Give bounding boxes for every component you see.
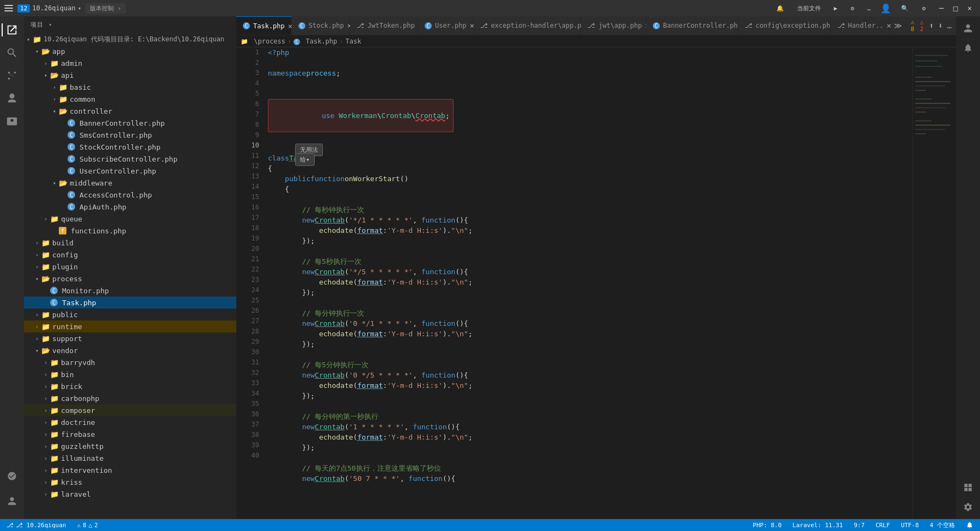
more-editor-btn[interactable]: … [947,21,952,30]
sidebar-item-guzzlehttp[interactable]: › 📁 guzzlehttp [24,440,236,452]
sidebar-item-middleware[interactable]: ▾ 📂 middleware [24,177,236,189]
status-git[interactable]: ⎇ ⎇ 10.26qiquan [4,522,68,529]
status-line-col[interactable]: 9:7 [852,522,867,529]
sidebar-item-plugin[interactable]: › 📁 plugin [24,261,236,273]
debug-activity-icon[interactable] [2,88,22,109]
sidebar-item-laravel[interactable]: › 📁 laravel [24,488,236,500]
sidebar-item-process[interactable]: ▾ 📂 process [24,273,236,285]
more-actions-btn[interactable]: … [864,4,874,13]
search-activity-icon[interactable] [2,42,22,63]
maximize-btn[interactable]: □ [950,2,961,14]
extensions-icon[interactable] [2,111,22,132]
svg-rect-15 [915,125,951,126]
sidebar-item-carbonphp[interactable]: › 📁 carbonphp [24,392,236,404]
explorer-icon[interactable] [2,20,22,40]
status-laravel[interactable]: Laravel: 11.31 [791,522,846,529]
editor-content[interactable]: <?php namespace process; use Workerman\C… [264,47,912,519]
status-errors[interactable]: ⚠ 8 △ 2 [75,522,100,529]
breadcrumb-process[interactable]: 📁 \process [241,38,285,45]
notification-bell[interactable]: 🔔 [773,4,787,13]
status-notification-bell[interactable] [964,521,976,529]
project-name[interactable]: 10.26qiquan [32,4,75,12]
settings-gear[interactable]: ⚙ [918,4,929,13]
minimize-btn[interactable]: ─ [935,2,947,14]
version-control-btn[interactable]: 版本控制 › [85,3,125,14]
sidebar-item-monitor[interactable]: C Monitor.php [24,285,236,297]
intervention-folder-icon: 📁 [50,466,59,474]
settings-btn[interactable]: ⚙ [847,4,857,13]
sidebar-tree[interactable]: ▾ 📁 10.26qiquan 代码项目目录: E:\Backend\10.26… [24,33,236,519]
user-account-icon[interactable] [2,491,22,511]
sidebar-item-brick[interactable]: › 📁 brick [24,380,236,392]
right-settings-icon[interactable] [959,498,977,516]
search-btn[interactable]: 🔍 [898,4,912,13]
sidebar-item-barryvdh[interactable]: › 📁 barryvdh [24,356,236,368]
kriss-icon: 📁 [50,478,59,486]
sidebar-item-intervention[interactable]: › 📁 intervention [24,464,236,476]
project-dropdown-icon[interactable]: ▾ [78,5,82,12]
tab-jwt-app[interactable]: ⎇ jwt\app.php × [581,16,646,35]
sidebar-item-firebase[interactable]: › 📁 firebase [24,428,236,440]
sidebar-item-queue[interactable]: › 📁 queue [24,213,236,225]
illuminate-icon: 📁 [50,454,59,462]
git-activity-icon[interactable] [2,65,22,86]
account-icon[interactable]: 👤 [880,3,891,14]
tab-handler[interactable]: ⎇ Handler.. × [831,16,890,35]
status-encoding[interactable]: UTF-8 [899,522,921,529]
sidebar-item-access[interactable]: C AccessControl.php [24,189,236,201]
tree-root[interactable]: ▾ 📁 10.26qiquan 代码项目目录: E:\Backend\10.26… [24,33,236,45]
sidebar-item-doctrine[interactable]: › 📁 doctrine [24,416,236,428]
status-spaces[interactable]: 4 个空格 [928,521,957,529]
sidebar-item-sms[interactable]: C SmsController.php [24,129,236,141]
carbonphp-label: carbonphp [61,394,99,403]
sidebar-item-kriss[interactable]: › 📁 kriss [24,476,236,488]
tab-user[interactable]: C User.php × [418,16,474,35]
sidebar-item-functions[interactable]: f functions.php [24,225,236,237]
hamburger-menu[interactable] [4,5,13,11]
sidebar-item-banner[interactable]: C BannerController.php [24,117,236,129]
right-account-icon[interactable] [959,20,977,37]
activity-bar [0,16,24,519]
sidebar-item-basic[interactable]: › 📁 basic [24,81,236,93]
tab-more-btn[interactable]: ≫ [890,16,906,35]
sidebar-item-bin[interactable]: › 📁 bin [24,368,236,380]
tab-config-exception[interactable]: ⎇ config\exception.php × [738,16,831,35]
sidebar-item-illuminate[interactable]: › 📁 illuminate [24,452,236,464]
right-extensions-icon[interactable] [959,479,977,496]
sidebar-item-runtime[interactable]: › 📁 runtime [24,320,236,332]
tab-exception-handler[interactable]: ⎇ exception-handler\app.php × [474,16,581,35]
split-down-icon[interactable]: ⬇ [938,21,942,30]
status-php[interactable]: PHP: 8.0 [751,522,784,529]
tab-banner[interactable]: C BannerController.php × [646,16,738,35]
sidebar-item-config[interactable]: › 📁 config [24,249,236,261]
tab-stock[interactable]: C Stock.php × [292,16,350,35]
sidebar-item-subscribe[interactable]: C SubscribeController.php [24,153,236,165]
sidebar-item-stock[interactable]: C StockController.php [24,141,236,153]
right-notification-icon[interactable] [959,39,977,57]
sidebar-item-admin[interactable]: › 📁 admin [24,57,236,69]
h-tab-close[interactable]: × [887,21,891,30]
tab-jwt[interactable]: ⎇ JwtToken.php × [350,16,418,35]
sidebar-item-api[interactable]: ▾ 📂 api [24,69,236,81]
sidebar-item-common[interactable]: › 📁 common [24,93,236,105]
run-btn[interactable]: ▶ [831,4,841,13]
breadcrumb-taskfile[interactable]: C Task.php [293,38,337,45]
sidebar-item-apiauth[interactable]: C ApiAuth.php [24,201,236,213]
remote-icon[interactable] [2,466,22,486]
status-crlf[interactable]: CRLF [873,522,892,529]
sidebar-item-app[interactable]: ▾ 📂 app [24,45,236,57]
sidebar-item-controller[interactable]: ▾ 📂 controller [24,105,236,117]
sidebar-item-build[interactable]: › 📁 build [24,237,236,249]
close-btn[interactable]: × [964,2,976,14]
sidebar-item-vendor[interactable]: ▾ 📂 vendor [24,344,236,356]
sidebar-item-support[interactable]: › 📁 support [24,332,236,344]
sidebar-item-task[interactable]: C Task.php [24,297,236,308]
sidebar-item-composer[interactable]: › 📁 composer [24,404,236,416]
code-line-7 [268,132,912,143]
sidebar-item-userctrl[interactable]: C UserController.php [24,165,236,177]
current-file-btn[interactable]: 当前文件 [794,3,824,14]
split-up-icon[interactable]: ⬆ [929,21,934,30]
tab-task[interactable]: C Task.php × [236,16,292,35]
sidebar-item-public[interactable]: › 📁 public [24,308,236,320]
breadcrumb-class[interactable]: Task [346,38,362,45]
